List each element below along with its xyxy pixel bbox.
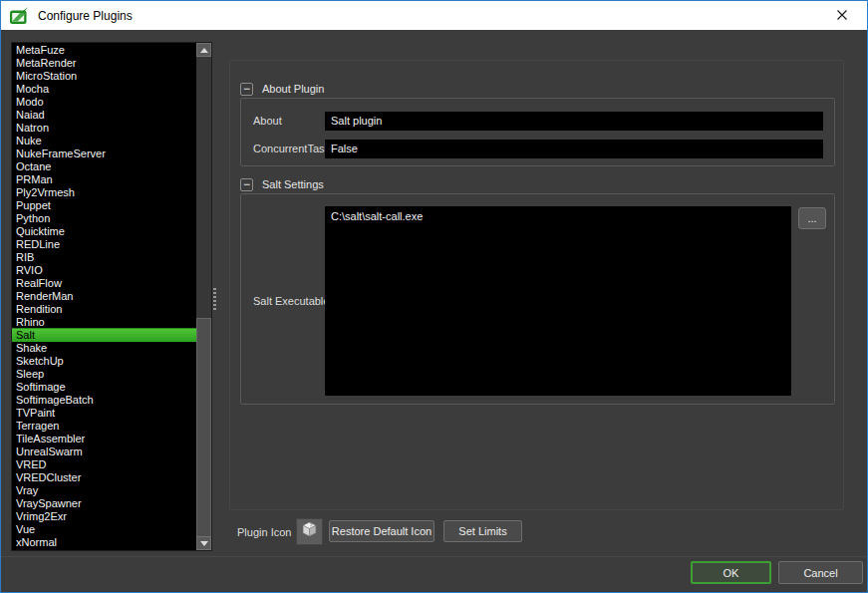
plugin-list-item[interactable]: Rendition — [12, 303, 196, 316]
plugin-list-item[interactable]: Natron — [12, 122, 196, 135]
ok-button[interactable]: OK — [691, 561, 771, 584]
plugin-list-item[interactable]: VREDCluster — [12, 471, 196, 484]
triangle-up-icon — [200, 48, 208, 53]
plugin-list-item[interactable]: Naiad — [12, 109, 196, 122]
about-field-label: About — [253, 115, 282, 127]
plugin-list-item[interactable]: Nuke — [12, 135, 196, 148]
collapse-salt-settings-button[interactable]: − — [240, 178, 253, 191]
plugin-list-item[interactable]: Terragen — [12, 420, 196, 433]
plugin-icon-label: Plugin Icon — [237, 526, 291, 538]
plugin-list-item[interactable]: MetaFuze — [12, 44, 196, 57]
salt-settings-group-title: Salt Settings — [262, 178, 324, 190]
plugin-list[interactable]: MetaFuzeMetaRenderMicroStationMochaModoN… — [11, 42, 212, 551]
plugin-list-item[interactable]: Sleep — [12, 368, 196, 381]
plugin-list-item[interactable]: RVIO — [12, 264, 196, 277]
concurrent-tasks-field-label: ConcurrentTasks — [253, 143, 336, 154]
plugin-list-item[interactable]: xNormal — [12, 536, 196, 549]
plugin-icon-button[interactable] — [296, 518, 323, 545]
plugin-list-item[interactable]: Quicktime — [12, 225, 196, 238]
scroll-down-button[interactable] — [196, 536, 211, 550]
plugin-list-scrollbar[interactable] — [196, 43, 211, 550]
plugin-list-item[interactable]: SketchUp — [12, 355, 196, 368]
titlebar: Configure Plugins — [1, 1, 867, 30]
salt-executable-input[interactable]: C:\salt\salt-call.exe — [325, 206, 791, 396]
plugin-list-item[interactable]: Ply2Vrmesh — [12, 186, 196, 199]
salt-settings-group: Salt Executable C:\salt\salt-call.exe ..… — [240, 193, 835, 405]
plugin-list-item[interactable]: Puppet — [12, 199, 196, 212]
splitter-handle[interactable] — [213, 288, 216, 311]
plugin-list-item[interactable]: TVPaint — [12, 407, 196, 420]
about-field-value[interactable]: Salt plugin — [325, 112, 823, 131]
plugin-list-item[interactable]: Vrimg2Exr — [12, 510, 196, 523]
plugin-list-item[interactable]: Shake — [12, 342, 196, 355]
plugin-list-item[interactable]: NukeFrameServer — [12, 148, 196, 160]
app-icon — [9, 7, 29, 25]
salt-cube-icon — [301, 521, 318, 542]
plugin-list-item[interactable]: Mocha — [12, 83, 196, 96]
triangle-down-icon — [200, 541, 208, 546]
close-button[interactable] — [821, 1, 863, 30]
restore-default-icon-button[interactable]: Restore Default Icon — [329, 520, 434, 542]
close-icon — [836, 7, 848, 25]
plugin-list-item[interactable]: VraySpawner — [12, 497, 196, 510]
scroll-up-button[interactable] — [196, 43, 211, 57]
salt-executable-field-label: Salt Executable — [253, 295, 329, 307]
plugin-list-item[interactable]: Python — [12, 212, 196, 225]
plugin-list-items: MetaFuzeMetaRenderMicroStationMochaModoN… — [12, 43, 196, 550]
plugin-list-item[interactable]: PRMan — [12, 173, 196, 186]
cancel-button[interactable]: Cancel — [778, 561, 863, 584]
plugin-list-item[interactable]: RealFlow — [12, 277, 196, 290]
collapse-about-button[interactable]: − — [240, 83, 253, 96]
plugin-list-item[interactable]: MetaRender — [12, 57, 196, 70]
about-plugin-group-title: About Plugin — [262, 83, 324, 95]
footer-separator — [1, 556, 867, 557]
scrollbar-thumb[interactable] — [196, 318, 211, 537]
plugin-list-item[interactable]: RenderMan — [12, 290, 196, 303]
plugin-list-item[interactable]: TileAssembler — [12, 433, 196, 445]
set-limits-button[interactable]: Set Limits — [443, 520, 522, 542]
plugin-list-item[interactable]: RIB — [12, 251, 196, 264]
about-plugin-group: About Salt plugin ConcurrentTasks False — [240, 98, 835, 166]
plugin-list-item[interactable]: SoftimageBatch — [12, 394, 196, 407]
plugin-list-item[interactable]: MicroStation — [12, 70, 196, 83]
plugin-list-item[interactable]: Softimage — [12, 381, 196, 394]
configure-plugins-window: Configure Plugins MetaFuzeMetaRenderMicr… — [0, 0, 868, 593]
salt-settings-group-header: − Salt Settings — [240, 177, 324, 191]
window-title: Configure Plugins — [38, 9, 133, 23]
plugin-list-item[interactable]: UnrealSwarm — [12, 445, 196, 458]
about-plugin-group-header: − About Plugin — [240, 82, 324, 96]
browse-button[interactable]: ... — [798, 207, 826, 229]
plugin-list-item[interactable]: Vue — [12, 523, 196, 536]
plugin-list-item[interactable]: Salt — [12, 328, 196, 342]
plugin-list-item[interactable]: Modo — [12, 96, 196, 109]
plugin-list-item[interactable]: REDLine — [12, 238, 196, 251]
plugin-list-item[interactable]: Octane — [12, 160, 196, 173]
concurrent-tasks-field-value[interactable]: False — [325, 140, 823, 158]
plugin-list-item[interactable]: VRED — [12, 458, 196, 471]
plugin-list-item[interactable]: Vray — [12, 484, 196, 497]
